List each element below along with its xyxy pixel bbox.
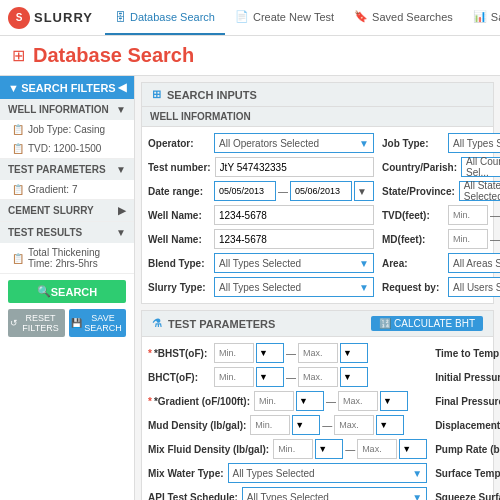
chevron-down-icon: ▼	[343, 348, 352, 358]
api-test-schedule-select[interactable]: All Types Selected ▼	[242, 487, 427, 500]
chevron-down-icon: ▼	[412, 492, 422, 501]
item-icon: 📋	[12, 124, 24, 135]
chevron-down-icon: ▼	[359, 258, 369, 269]
state-province-select[interactable]: All States Selected ▼	[459, 181, 500, 201]
operator-select[interactable]: All Operators Selected ▼	[214, 133, 374, 153]
tvd-min-input[interactable]	[448, 205, 488, 225]
reset-filters-button[interactable]: ↺ RESET FILTERS	[8, 309, 65, 337]
test-results-header[interactable]: TEST RESULTS ▼	[0, 222, 134, 243]
search-button[interactable]: 🔍 SEARCH	[8, 280, 126, 303]
bhst-min-input[interactable]	[214, 343, 254, 363]
job-type-row: Job Type: All Types Selected ▼	[382, 133, 500, 153]
mix-fluid-density-max-input[interactable]	[357, 439, 397, 459]
logo-area: S SLURRY	[8, 7, 93, 29]
country-parish-select[interactable]: All Countries Sel... ▼	[461, 157, 500, 177]
logo-icon: S	[8, 7, 30, 29]
job-type-select[interactable]: All Types Selected ▼	[448, 133, 500, 153]
test-parameters-header[interactable]: TEST PARAMETERS ▼	[0, 159, 134, 180]
pump-rate-label: Pump Rate (bpm):	[435, 444, 500, 455]
chevron-down-icon: ▼	[383, 396, 392, 406]
sidebar-filter-title: SEARCH FILTERS	[21, 82, 116, 94]
blend-type-row: Blend Type: All Types Selected ▼	[148, 253, 374, 273]
area-select[interactable]: All Areas Selected ▼	[448, 253, 500, 273]
bookmark-icon: 🔖	[354, 10, 368, 23]
bhst-min-select[interactable]: ▼	[256, 343, 284, 363]
bhst-row: *BHST(oF): ▼ — ▼	[148, 343, 427, 363]
chevron-down-icon: ▼	[318, 444, 327, 454]
date-to-input[interactable]	[290, 181, 352, 201]
search-inputs-header: ⊞ SEARCH INPUTS	[142, 83, 493, 107]
well-name-1-input[interactable]	[214, 205, 374, 225]
bhct-label: BHCT(oF):	[148, 372, 210, 383]
test-number-row: Test number:	[148, 157, 374, 177]
calendar-icon: ▼	[357, 186, 367, 197]
test-number-input[interactable]	[215, 157, 374, 177]
date-cal-icon[interactable]: ▼	[354, 181, 374, 201]
gradient-min-select[interactable]: ▼	[296, 391, 324, 411]
sidebar-item-tvd: 📋 TVD: 1200-1500	[0, 139, 134, 158]
calculate-bht-button[interactable]: 🔢 CALCULATE BHT	[371, 316, 483, 331]
cement-slurry-header[interactable]: CEMENT SLURRY ▶	[0, 200, 134, 221]
chart-icon: 📊	[473, 10, 487, 23]
api-test-schedule-label: API Test Schedule:	[148, 492, 238, 501]
final-pressure-row: Final Pressure (psi): — ▼	[435, 391, 500, 411]
bhct-min-input[interactable]	[214, 367, 254, 387]
chevron-down-icon: ▼	[379, 420, 388, 430]
date-from-input[interactable]	[214, 181, 276, 201]
bhst-max-input[interactable]	[298, 343, 338, 363]
surface-temp-row: Surface Temp (F): — ▼	[435, 463, 500, 483]
gradient-min-input[interactable]	[254, 391, 294, 411]
well-information-header[interactable]: WELL INFORMATION ▼	[0, 99, 134, 120]
tab-database-search[interactable]: 🗄 Database Search	[105, 0, 225, 35]
test-number-label: Test number:	[148, 162, 211, 173]
mix-fluid-density-max-select[interactable]: ▼	[399, 439, 427, 459]
displacement-label: Displacement (bbls):	[435, 420, 500, 431]
mix-fluid-density-min-select[interactable]: ▼	[315, 439, 343, 459]
tab-saved-searches[interactable]: 🔖 Saved Searches	[344, 0, 463, 35]
mud-density-max-input[interactable]	[334, 415, 374, 435]
mix-water-type-label: Mix Water Type:	[148, 468, 224, 479]
blend-type-label: Blend Type:	[148, 258, 210, 269]
displacement-row: Displacement (bbls): — ▼	[435, 415, 500, 435]
bhct-max-select[interactable]: ▼	[340, 367, 368, 387]
md-min-input[interactable]	[448, 229, 488, 249]
gradient-max-input[interactable]	[338, 391, 378, 411]
mud-density-max-select[interactable]: ▼	[376, 415, 404, 435]
filter-icon: ▼	[8, 82, 19, 94]
mix-water-type-select[interactable]: All Types Selected ▼	[228, 463, 428, 483]
bhct-max-input[interactable]	[298, 367, 338, 387]
slurry-type-label: Slurry Type:	[148, 282, 210, 293]
gradient-max-select[interactable]: ▼	[380, 391, 408, 411]
slurry-type-row: Slurry Type: All Types Selected ▼	[148, 277, 374, 297]
operator-row: Operator: All Operators Selected ▼	[148, 133, 374, 153]
mud-density-range: ▼ — ▼	[250, 415, 427, 435]
collapse-icon[interactable]: ◀	[118, 81, 126, 94]
blend-type-select[interactable]: All Types Selected ▼	[214, 253, 374, 273]
search-icon: 🔍	[37, 285, 51, 298]
mix-fluid-density-min-input[interactable]	[273, 439, 313, 459]
initial-pressure-label: Initial Pressure (psi):	[435, 372, 500, 383]
bhst-max-select[interactable]: ▼	[340, 343, 368, 363]
request-by-row: Request by: All Users Selected ▼	[382, 277, 500, 297]
mud-density-min-input[interactable]	[250, 415, 290, 435]
gradient-label: *Gradient (oF/100ft):	[148, 396, 250, 407]
sidebar-section-well-information: WELL INFORMATION ▼ 📋 Job Type: Casing 📋 …	[0, 99, 134, 159]
state-province-label: State/Province:	[382, 186, 455, 197]
date-range-inputs: — ▼	[214, 181, 374, 201]
pump-rate-row: Pump Rate (bpm): — ▼	[435, 439, 500, 459]
save-icon: 💾	[71, 318, 82, 328]
chevron-down-icon: ▼	[259, 372, 268, 382]
api-test-schedule-row: API Test Schedule: All Types Selected ▼	[148, 487, 427, 500]
tab-create-new-test[interactable]: 📄 Create New Test	[225, 0, 344, 35]
main-layout: ▼ SEARCH FILTERS ◀ WELL INFORMATION ▼ 📋 …	[0, 76, 500, 500]
slurry-type-select[interactable]: All Types Selected ▼	[214, 277, 374, 297]
bhct-min-select[interactable]: ▼	[256, 367, 284, 387]
save-search-button[interactable]: 💾 SAVE SEARCH	[69, 309, 126, 337]
request-by-select[interactable]: All Users Selected ▼	[448, 277, 500, 297]
well-name-2-input[interactable]	[214, 229, 374, 249]
tab-saved-reports[interactable]: 📊 Saved Reports	[463, 0, 500, 35]
grid-icon: ⊞	[152, 88, 161, 101]
sidebar-item-gradient: 📋 Gradient: 7	[0, 180, 134, 199]
state-province-row: State/Province: All States Selected ▼	[382, 181, 500, 201]
mud-density-min-select[interactable]: ▼	[292, 415, 320, 435]
